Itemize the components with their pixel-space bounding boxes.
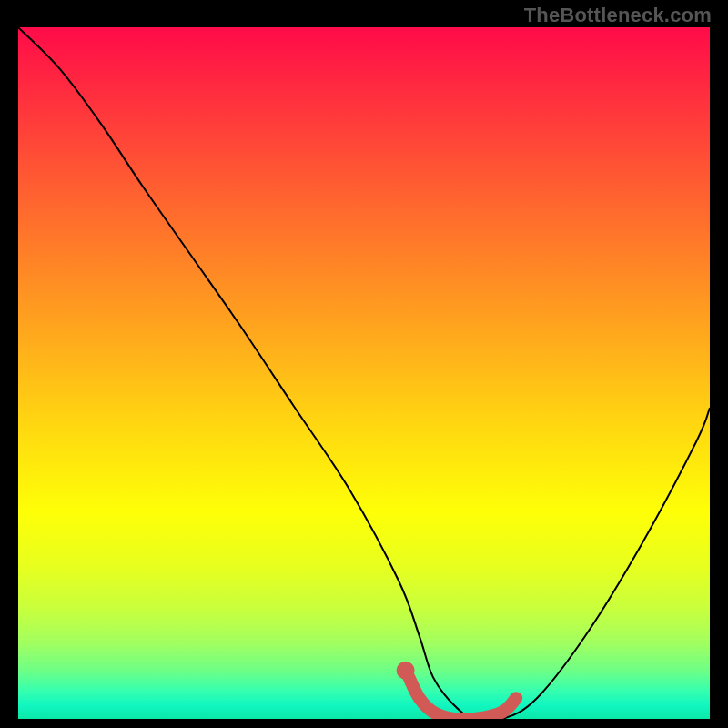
watermark-text: TheBottleneck.com	[524, 4, 712, 27]
chart-svg	[18, 27, 710, 719]
highlight-dot	[397, 662, 415, 680]
chart-stage: TheBottleneck.com	[0, 0, 728, 728]
highlight-layer	[397, 662, 517, 719]
bottleneck-curve	[18, 27, 710, 719]
curve-layer	[18, 27, 710, 719]
chart-panel	[18, 27, 710, 719]
